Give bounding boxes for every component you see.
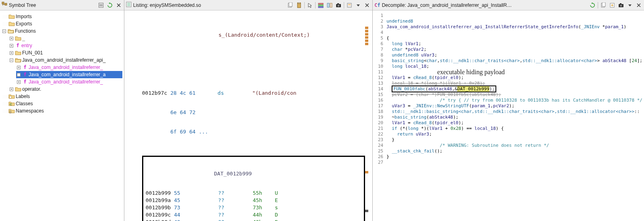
code-line[interactable]: 15 pcVar2 = (char *)FUN_0010fb5c(abStack… <box>374 92 642 98</box>
snapshot-button[interactable] <box>617 2 625 9</box>
tree-item-entry[interactable]: entry <box>21 42 32 49</box>
code-line[interactable]: 10 long local_18; <box>374 64 642 69</box>
dropdown-menu[interactable] <box>626 2 634 9</box>
copy-button[interactable] <box>287 2 294 9</box>
config-button[interactable] <box>97 2 105 9</box>
svg-rect-10 <box>289 2 292 6</box>
listing-view[interactable]: s_(Landroid/content/Context;) 0012b97c 2… <box>124 10 372 221</box>
function-icon: f <box>15 42 21 49</box>
symbol-tree[interactable]: Imports Exports −Functions +_ +fentry +F… <box>2 13 122 115</box>
code-line[interactable]: 1 <box>374 13 642 19</box>
tree-item-operator[interactable]: operator. <box>22 85 41 93</box>
tree-item-functions[interactable]: Functions <box>15 27 36 35</box>
code-line[interactable]: 8 undefined8 uVar3; <box>374 52 642 58</box>
code-line[interactable]: 11 <box>374 69 642 75</box>
tree-item-fun001[interactable]: FUN_001 <box>22 49 43 56</box>
close-button[interactable] <box>115 2 122 9</box>
svg-rect-0 <box>2 2 4 4</box>
tree-item-selected[interactable]: +fJava_com_android_installreferrer_a <box>16 71 122 78</box>
expand-toggle[interactable]: + <box>10 51 13 55</box>
decompile-title: Decompile: Java_com_android_installrefer… <box>382 2 512 8</box>
code-line[interactable]: 17 uVar3 = _JNIEnv::NewStringUTF(param_1… <box>374 103 642 109</box>
tree-icon <box>2 2 7 8</box>
expand-toggle[interactable]: + <box>10 44 13 48</box>
function-icon: f <box>22 78 28 85</box>
code-line[interactable]: 4 <box>374 30 642 35</box>
diff-button[interactable] <box>326 2 333 9</box>
expand-toggle[interactable]: + <box>10 37 13 40</box>
code-line[interactable]: 26} <box>374 154 642 160</box>
decompile-icon: Cf <box>374 2 380 8</box>
code-line[interactable]: 9 basic_string<char,std::__ndk1::char_tr… <box>374 58 642 64</box>
tree-item-labels[interactable]: Labels <box>16 93 30 100</box>
expand-toggle[interactable]: + <box>10 88 13 91</box>
rerun-button[interactable] <box>589 2 596 9</box>
close-button[interactable] <box>635 2 642 9</box>
snapshot-button[interactable] <box>335 2 342 9</box>
folder-icon <box>15 35 21 41</box>
code-line[interactable]: 24 /* WARNING: Subroutine does not retur… <box>374 143 642 148</box>
svg-rect-17 <box>330 3 332 7</box>
code-line[interactable]: 12 lVar1 = cRead_8(tpidr_el0); <box>374 75 642 81</box>
dat-label: DAT_0012b999 <box>214 171 252 177</box>
code-line[interactable]: 3Java_com_android_installreferrer_api_In… <box>374 24 642 30</box>
dropdown-menu[interactable] <box>355 2 362 9</box>
code-line[interactable]: 23 } <box>374 137 642 143</box>
tree-item-classes[interactable]: Classes <box>16 100 33 107</box>
listing-panel: Listing: enjoySMSembedded.so s_(Landroid… <box>124 0 373 221</box>
function-icon: f <box>22 71 28 78</box>
export-button[interactable] <box>609 2 616 9</box>
code-line[interactable]: 5{ <box>374 35 642 41</box>
tree-item-namespaces[interactable]: Namespaces <box>16 107 44 115</box>
expand-toggle[interactable]: + <box>17 80 21 84</box>
annotation-callout: executable hiding payload <box>437 69 505 76</box>
code-line[interactable]: 18 std::__ndk1::basic_string<char,std::_… <box>374 109 642 115</box>
expand-toggle[interactable]: + <box>17 73 21 77</box>
tree-item-imports[interactable]: Imports <box>16 13 32 20</box>
collapse-toggle[interactable]: − <box>10 58 13 62</box>
tree-item-fn1[interactable]: Java_com_android_installreferrer_ <box>29 64 103 71</box>
code-line[interactable]: 21 if (*(long *)(lVar1 + 0x28) == local_… <box>374 126 642 131</box>
folder-icon <box>15 50 21 56</box>
code-line[interactable]: 14 FUN_0010fabc(abStack48,&DAT_0012b999)… <box>374 86 642 92</box>
cursor-button[interactable] <box>306 2 314 9</box>
svg-point-5 <box>9 96 12 98</box>
decompile-header: Cf Decompile: Java_com_android_installre… <box>373 0 644 10</box>
code-line[interactable]: 2undefined8 <box>374 19 642 24</box>
code-line[interactable]: 19 ~basic_string(abStack48); <box>374 115 642 120</box>
svg-text:C: C <box>10 102 12 106</box>
folder-open-icon <box>8 28 14 34</box>
code-line[interactable]: 20 lVar1 = cRead_8(tpidr_el0); <box>374 120 642 126</box>
svg-point-27 <box>620 4 622 6</box>
tree-item-pkg[interactable]: Java_com_android_installreferrer_api_ <box>22 56 105 64</box>
expand-toggle[interactable]: + <box>17 66 21 69</box>
code-line[interactable]: 25 __stack_chk_fail(); <box>374 148 642 154</box>
tree-item-fn3[interactable]: Java_com_android_installreferrer_ <box>29 78 103 85</box>
code-line[interactable]: 6 long lVar1; <box>374 41 642 47</box>
code-line[interactable]: 16 /* try { // try from 00110328 to 0011… <box>374 98 642 103</box>
paste-button[interactable] <box>295 2 303 9</box>
svg-point-19 <box>338 4 340 6</box>
function-icon: f <box>22 64 28 71</box>
svg-rect-14 <box>318 5 323 6</box>
copy-button[interactable] <box>600 2 607 9</box>
overview-ruler[interactable] <box>365 27 368 212</box>
fields-button[interactable] <box>317 2 324 9</box>
tree-item-exports[interactable]: Exports <box>16 20 32 27</box>
code-line[interactable]: 7 char *pcVar2; <box>374 47 642 52</box>
refresh-button[interactable] <box>106 2 114 9</box>
listing-title: Listing: enjoySMSembedded.so <box>133 2 201 8</box>
close-button[interactable] <box>363 2 371 9</box>
code-line[interactable]: 22 return uVar3; <box>374 131 642 137</box>
collapse-toggle[interactable]: − <box>2 29 6 33</box>
svg-rect-1 <box>5 3 7 5</box>
code-line[interactable]: 27 <box>374 160 642 165</box>
decompile-view[interactable]: 12undefined83Java_com_android_installref… <box>373 10 644 221</box>
svg-rect-24 <box>602 2 605 6</box>
tree-item-underscore[interactable]: _ <box>22 35 25 42</box>
folder-icon <box>8 14 15 19</box>
listing-header: Listing: enjoySMSembedded.so <box>124 0 372 10</box>
toggle-hover-button[interactable] <box>346 2 353 9</box>
folder-icon: {} <box>8 108 15 114</box>
symbol-tree-header: Symbol Tree <box>0 0 124 10</box>
